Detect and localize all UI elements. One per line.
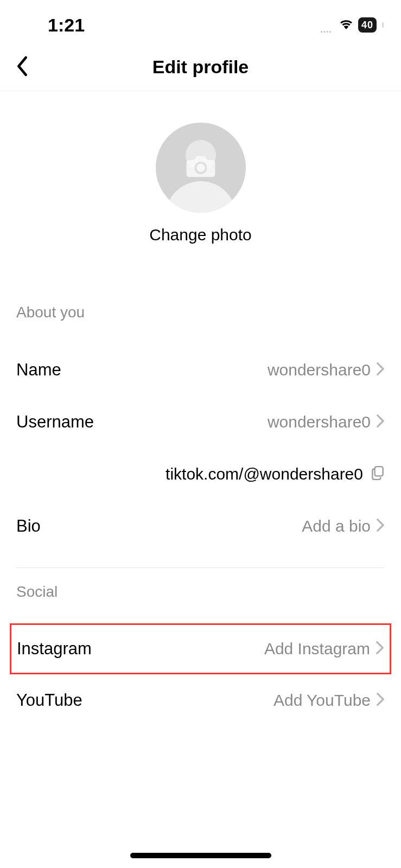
profile-url: tiktok.com/@wondershare0 [166,465,363,483]
signal-dots-icon: .... [320,20,331,36]
about-you-title: About you [16,304,385,321]
battery-icon: 40 [358,17,377,33]
social-title: Social [16,583,385,601]
username-value: wondershare0 [268,413,371,431]
chevron-right-icon [376,518,385,534]
copy-icon[interactable] [371,465,385,483]
youtube-label: YouTube [16,691,82,710]
name-value: wondershare0 [268,361,371,379]
youtube-row[interactable]: YouTube Add YouTube [16,674,385,726]
username-label: Username [16,412,94,432]
home-indicator[interactable] [130,853,271,858]
divider [16,567,385,568]
instagram-row[interactable]: Instagram Add Instagram [17,625,384,673]
chevron-right-icon [375,641,384,657]
bio-row[interactable]: Bio Add a bio [16,500,385,552]
status-bar: 1:21 .... 40 [0,0,401,43]
username-row[interactable]: Username wondershare0 [16,396,385,448]
bio-value: Add a bio [302,517,371,535]
about-you-section: About you Name wondershare0 Username won… [0,304,401,726]
change-photo-label[interactable]: Change photo [149,226,252,244]
bio-label: Bio [16,516,41,536]
profile-photo-section: Change photo [0,91,401,304]
chevron-right-icon [376,362,385,378]
chevron-left-icon [15,55,29,77]
instagram-value: Add Instagram [264,640,370,658]
chevron-right-icon [376,414,385,430]
youtube-value: Add YouTube [273,691,371,710]
name-row[interactable]: Name wondershare0 [16,344,385,396]
back-button[interactable] [15,55,29,79]
status-indicators: .... 40 [320,14,384,36]
avatar[interactable] [156,123,246,213]
page-title: Edit profile [152,56,249,78]
wifi-icon [339,18,354,32]
camera-icon [185,154,217,182]
svg-rect-1 [375,467,383,476]
instagram-highlight: Instagram Add Instagram [10,623,391,674]
chevron-right-icon [376,692,385,709]
name-label: Name [16,360,61,380]
status-time: 1:21 [48,15,85,36]
battery-tip-icon [382,22,384,28]
nav-header: Edit profile [0,43,401,91]
instagram-label: Instagram [17,639,92,659]
profile-url-row[interactable]: tiktok.com/@wondershare0 [16,448,385,500]
